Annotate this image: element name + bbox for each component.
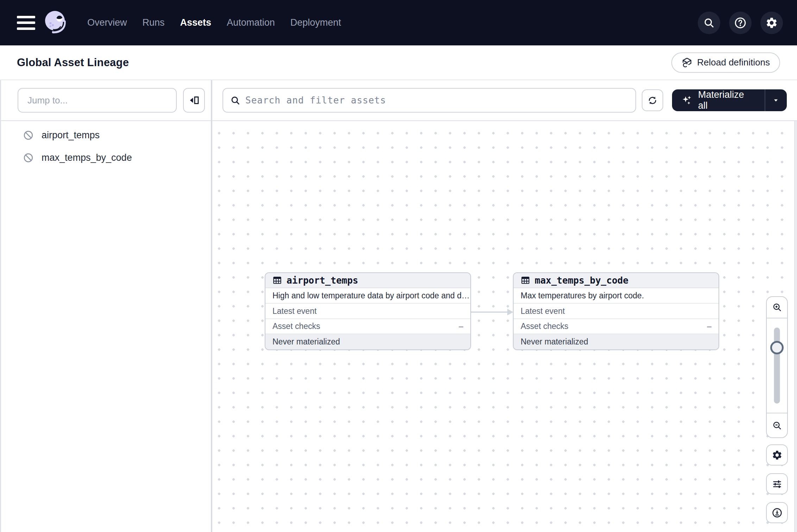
- asset-name: max_temps_by_code: [535, 275, 628, 286]
- sidebar-toolbar: [1, 80, 211, 121]
- asset-search-box[interactable]: [222, 88, 636, 113]
- sidebar-item-label: max_temps_by_code: [42, 152, 132, 163]
- collapse-sidebar-button[interactable]: [183, 88, 205, 113]
- zoom-out-icon: [772, 420, 782, 431]
- asset-checks-value: –: [707, 322, 711, 331]
- asset-checks-label: Asset checks: [272, 322, 320, 331]
- filter-icon: [772, 479, 783, 489]
- settings-icon: [772, 450, 783, 461]
- download-icon: [772, 507, 783, 518]
- materialization-status: Never materialized: [265, 334, 470, 349]
- nav-item-assets[interactable]: Assets: [180, 17, 212, 28]
- caret-down-icon: [772, 96, 780, 104]
- top-nav: Overview Runs Assets Automation Deployme…: [0, 0, 797, 45]
- asset-checks-label: Asset checks: [521, 322, 569, 331]
- materialization-status: Never materialized: [514, 334, 718, 349]
- asset-node-header: max_temps_by_code: [514, 273, 718, 288]
- help-button[interactable]: [729, 12, 752, 34]
- asset-checks-row: Asset checks –: [514, 319, 718, 334]
- zoom-in-button[interactable]: [767, 297, 787, 318]
- menu-icon[interactable]: [17, 16, 35, 30]
- latest-event-row: Latest event: [514, 304, 718, 319]
- latest-event-label: Latest event: [272, 306, 316, 316]
- sidebar-item-max-temps-by-code[interactable]: max_temps_by_code: [23, 150, 211, 165]
- materialize-all-label: Materialize all: [698, 89, 755, 111]
- search-icon: [703, 17, 715, 29]
- search-button[interactable]: [698, 12, 720, 34]
- page-title: Global Asset Lineage: [17, 56, 129, 69]
- reload-definitions-button[interactable]: Reload definitions: [671, 52, 780, 73]
- asset-sidebar: airport_temps max_temps_by_code: [1, 80, 212, 532]
- hidden-asset-icon: [23, 130, 34, 141]
- latest-event-row: Latest event: [265, 304, 470, 319]
- materialize-all-split-button: Materialize all: [672, 89, 787, 111]
- jump-to-input[interactable]: [18, 88, 177, 113]
- sparkles-icon: [681, 94, 693, 106]
- settings-icon: [765, 17, 778, 29]
- nav-item-overview[interactable]: Overview: [87, 17, 127, 28]
- graph-toolbar: Materialize all: [212, 80, 797, 121]
- scrollbar[interactable]: [794, 121, 797, 532]
- sidebar-asset-list: airport_temps max_temps_by_code: [1, 121, 211, 172]
- nav-item-runs[interactable]: Runs: [143, 17, 165, 28]
- search-icon: [230, 95, 240, 106]
- zoom-slider-track[interactable]: [774, 328, 780, 404]
- refresh-button[interactable]: [642, 89, 663, 111]
- asset-description: High and low temperature data by airport…: [265, 288, 470, 304]
- reload-icon: [682, 57, 692, 68]
- primary-nav: Overview Runs Assets Automation Deployme…: [87, 17, 341, 28]
- hidden-asset-icon: [23, 152, 34, 163]
- zoom-out-button[interactable]: [767, 413, 787, 437]
- materialize-all-button[interactable]: Materialize all: [672, 89, 764, 111]
- zoom-in-icon: [772, 302, 782, 312]
- reload-definitions-label: Reload definitions: [697, 57, 770, 68]
- graph-filter-button[interactable]: [766, 473, 788, 494]
- asset-search-input[interactable]: [245, 95, 628, 106]
- asset-node-max-temps-by-code[interactable]: max_temps_by_code Max temperatures by ai…: [513, 272, 719, 350]
- sidebar-item-label: airport_temps: [42, 130, 100, 141]
- asset-name: airport_temps: [287, 275, 358, 286]
- graph-settings-button[interactable]: [766, 444, 788, 466]
- asset-node-header: airport_temps: [265, 273, 470, 288]
- lineage-canvas[interactable]: airport_temps High and low temperature d…: [212, 121, 797, 532]
- nav-item-automation[interactable]: Automation: [227, 17, 275, 28]
- asset-description: Max temperatures by airport code.: [514, 288, 718, 304]
- latest-event-label: Latest event: [521, 306, 565, 316]
- nav-item-deployment[interactable]: Deployment: [290, 17, 341, 28]
- settings-button[interactable]: [760, 12, 783, 34]
- help-icon: [734, 17, 747, 29]
- table-icon: [521, 276, 530, 285]
- page-header: Global Asset Lineage Reload definitions: [0, 45, 797, 80]
- zoom-slider-thumb[interactable]: [770, 341, 784, 354]
- asset-node-airport-temps[interactable]: airport_temps High and low temperature d…: [265, 272, 471, 350]
- collapse-panel-icon: [188, 95, 200, 106]
- download-image-button[interactable]: [766, 502, 788, 523]
- table-icon: [272, 276, 282, 285]
- lineage-edge: [471, 305, 514, 319]
- sidebar-item-airport-temps[interactable]: airport_temps: [23, 127, 211, 143]
- asset-checks-value: –: [459, 322, 463, 331]
- materialize-options-button[interactable]: [765, 89, 787, 111]
- dagster-logo[interactable]: [43, 10, 69, 36]
- zoom-controls: [766, 296, 788, 438]
- refresh-icon: [647, 95, 658, 106]
- zoom-slider[interactable]: [767, 318, 787, 413]
- asset-checks-row: Asset checks –: [265, 319, 470, 334]
